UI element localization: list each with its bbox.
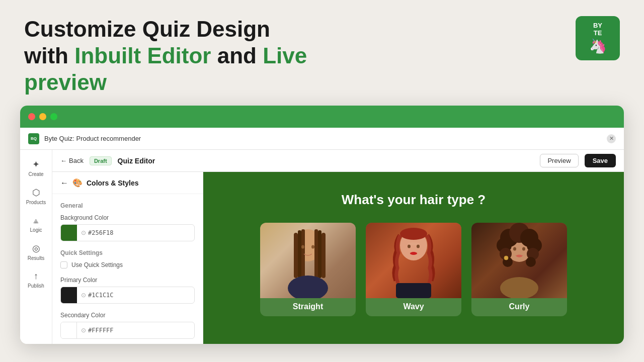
back-button[interactable]: ← Back [60, 157, 84, 164]
svg-point-12 [408, 245, 411, 248]
panel-header: ← 🎨 Colors & Styles [52, 172, 203, 194]
svg-point-13 [417, 245, 420, 248]
secondary-color-swatch [61, 322, 77, 338]
curly-image [471, 223, 567, 298]
results-icon: ◎ [32, 243, 40, 254]
editor-title: Quiz Editor [118, 157, 534, 165]
primary-color-label: Primary Color [60, 277, 195, 284]
primary-color-value: #1C1C1C [88, 292, 114, 299]
headline-and: and [211, 43, 263, 68]
svg-rect-4 [314, 229, 318, 279]
products-label: Products [26, 200, 46, 205]
logo-text: BYTE [589, 22, 607, 37]
save-button[interactable]: Save [585, 154, 616, 167]
publish-icon: ↑ [34, 271, 38, 282]
browser-dot-green[interactable] [50, 113, 57, 120]
quiz-options: Straight [218, 223, 609, 316]
bg-color-value-wrap: ⊙ #256F18 [77, 229, 194, 236]
panel-palette-icon: 🎨 [72, 178, 83, 188]
app-titlebar: BQ Byte Quiz: Product recommender ✕ [20, 128, 624, 150]
bg-color-input[interactable]: ⊙ #256F18 [60, 224, 195, 241]
panel-content: General Background Color ⊙ #256F18 [52, 194, 203, 344]
back-label: Back [69, 157, 84, 164]
content-area: ← 🎨 Colors & Styles General Background C… [52, 172, 624, 344]
toolbar-create[interactable]: ✦ Create [20, 154, 52, 182]
use-quick-settings-checkbox[interactable] [60, 261, 67, 268]
browser-window: BQ Byte Quiz: Product recommender ✕ ✦ Cr… [20, 106, 624, 344]
svg-point-14 [408, 242, 420, 245]
quiz-option-wavy[interactable]: Wavy [366, 223, 461, 316]
logic-icon: ⟁ [33, 215, 39, 226]
primary-color-picker-icon: ⊙ [81, 292, 86, 299]
svg-point-9 [288, 276, 328, 298]
bg-color-value: #256F18 [88, 229, 114, 236]
secondary-color-label: Secondary Color [60, 312, 195, 319]
page-header: Customize Quiz Design with Inbuilt Edito… [0, 0, 644, 106]
use-quick-settings-label: Use Quick Settings [71, 261, 123, 268]
svg-rect-5 [318, 230, 321, 278]
close-button[interactable]: ✕ [607, 134, 616, 143]
primary-color-swatch [61, 287, 77, 303]
app-inner: ✦ Create ⬡ Products ⟁ Logic ◎ Results ↑ [20, 150, 624, 344]
brand-logo: BYTE 🦄 [576, 16, 620, 60]
svg-point-31 [500, 277, 538, 298]
secondary-color-picker-icon: ⊙ [81, 327, 86, 334]
headline-line1: Customize Quiz Design [24, 16, 366, 43]
create-icon: ✦ [32, 159, 40, 170]
settings-panel: ← 🎨 Colors & Styles General Background C… [52, 172, 203, 344]
panel-title: Colors & Styles [87, 179, 138, 187]
secondary-color-value: #FFFFFF [88, 327, 114, 334]
general-section-label: General [60, 202, 195, 209]
toolbar-publish[interactable]: ↑ Publish [20, 266, 52, 294]
quick-settings-section: Quick Settings Use Quick Settings [60, 249, 195, 268]
use-quick-settings-row[interactable]: Use Quick Settings [60, 261, 195, 268]
svg-point-30 [504, 256, 508, 260]
results-label: Results [28, 255, 44, 261]
svg-point-8 [311, 245, 314, 249]
products-icon: ⬡ [32, 187, 40, 198]
svg-point-15 [410, 252, 417, 255]
back-arrow-icon: ← [60, 157, 67, 164]
quiz-option-straight[interactable]: Straight [260, 223, 356, 316]
panel-back-arrow[interactable]: ← [60, 178, 68, 188]
primary-color-value-wrap: ⊙ #1C1C1C [77, 292, 194, 299]
toolbar-products[interactable]: ⬡ Products [20, 182, 52, 210]
color-picker-icon: ⊙ [81, 229, 86, 236]
svg-rect-1 [294, 233, 298, 278]
logic-label: Logic [30, 227, 42, 233]
quiz-option-curly[interactable]: Curly [471, 223, 567, 316]
headline-with: with [24, 43, 74, 68]
secondary-color-input[interactable]: ⊙ #FFFFFF [60, 322, 195, 339]
logo-icon: 🦄 [589, 38, 607, 54]
preview-button[interactable]: Preview [540, 154, 578, 167]
wavy-image [366, 223, 461, 298]
browser-dot-yellow[interactable] [39, 113, 46, 120]
app-logo-small: BQ [28, 133, 39, 144]
svg-point-7 [301, 245, 304, 249]
publish-label: Publish [28, 283, 44, 289]
headline: Customize Quiz Design with Inbuilt Edito… [24, 16, 366, 96]
toolbar-results[interactable]: ◎ Results [20, 238, 52, 266]
wavy-label: Wavy [403, 302, 424, 311]
curly-label: Curly [509, 302, 530, 311]
primary-color-input[interactable]: ⊙ #1C1C1C [60, 287, 195, 304]
svg-point-26 [526, 257, 536, 267]
bg-color-swatch [61, 225, 77, 241]
draft-badge: Draft [90, 156, 112, 165]
secondary-color-value-wrap: ⊙ #FFFFFF [77, 327, 194, 334]
toolbar-logic[interactable]: ⟁ Logic [20, 210, 52, 238]
headline-inbuilt-editor: Inbuilt Editor [74, 43, 211, 68]
svg-point-11 [400, 228, 427, 240]
left-toolbar: ✦ Create ⬡ Products ⟁ Logic ◎ Results ↑ [20, 150, 52, 344]
app-title: Byte Quiz: Product recommender [44, 135, 602, 142]
headline-line2: with Inbuilt Editor and Live preview [24, 43, 366, 96]
app-window: BQ Byte Quiz: Product recommender ✕ ✦ Cr… [20, 128, 624, 344]
bg-color-label: Background Color [60, 214, 195, 221]
app-topnav: ← Back Draft Quiz Editor Preview Save [52, 150, 624, 172]
quiz-preview: What's your hair type ? [203, 172, 624, 344]
browser-dot-red[interactable] [28, 113, 35, 120]
quick-settings-label: Quick Settings [60, 249, 195, 256]
svg-point-27 [513, 247, 516, 251]
svg-point-28 [522, 247, 525, 251]
svg-rect-2 [298, 230, 301, 278]
